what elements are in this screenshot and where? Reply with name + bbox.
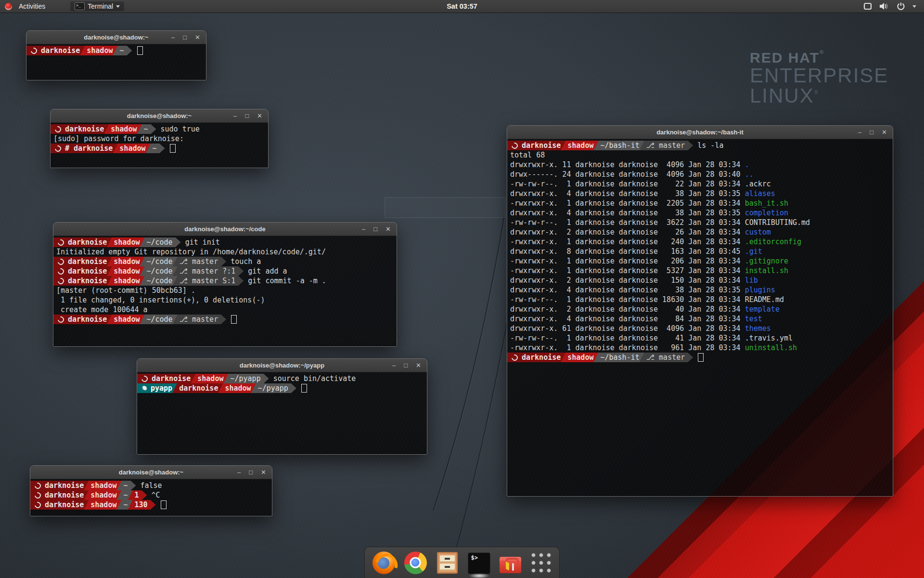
system-tray[interactable]	[860, 0, 919, 13]
prompt-segment-host: shadow	[107, 257, 144, 266]
fedora-icon	[56, 257, 65, 266]
running-indicator	[469, 573, 489, 578]
prompt-segment-path: ~/code	[140, 315, 177, 324]
prompt-segment-git: ⎇ master	[640, 141, 693, 150]
top-bar: Activities >_ Terminal Sat 03:57	[0, 0, 924, 13]
clock[interactable]: Sat 03:57	[443, 1, 481, 12]
output-line: [master (root-commit) 50bcb63] .	[53, 286, 397, 295]
prompt-segment-host: shadow	[107, 276, 144, 286]
prompt-segment-user: darknoise	[26, 46, 85, 55]
segment-label: darknoise	[65, 124, 104, 134]
prompt-line: # darknoiseshadow~	[51, 144, 268, 153]
titlebar[interactable]: darknoise@shadow:~/code–□✕	[53, 223, 397, 236]
file-name: bash_it.sh	[745, 199, 788, 208]
prompt-segment-err: 130	[128, 500, 156, 510]
minimize-button[interactable]: –	[171, 31, 175, 44]
maximize-button[interactable]: □	[373, 223, 377, 236]
close-button[interactable]: ✕	[195, 31, 200, 44]
fedora-icon	[53, 144, 62, 153]
segment-label: 1	[135, 490, 139, 500]
maximize-button[interactable]: □	[870, 126, 873, 139]
file-name: .gitignore	[745, 257, 788, 265]
close-button[interactable]: ✕	[261, 466, 266, 479]
brand-linux: LINUX	[750, 84, 814, 107]
segment-label: ~	[123, 490, 128, 500]
terminal-screen[interactable]: darknoiseshadow~	[26, 44, 206, 80]
git-branch-icon: ⎇	[180, 315, 192, 324]
prompt-segment-host: shadow	[84, 490, 121, 500]
segment-label: ~/pyapp	[230, 374, 260, 383]
maximize-button[interactable]: □	[245, 109, 249, 122]
file-meta: drwxrwxr-x. 61 darknoise darknoise 4096 …	[510, 324, 745, 333]
segment-label: darknoise	[152, 374, 191, 383]
minimize-button[interactable]: –	[237, 466, 241, 479]
close-button[interactable]: ✕	[882, 126, 887, 139]
terminal-screen[interactable]: darknoiseshadow~/codegit initInitialized…	[53, 236, 397, 347]
close-button[interactable]: ✕	[385, 223, 391, 236]
segment-label: master S:1	[192, 276, 235, 286]
terminal-cursor	[170, 144, 176, 153]
close-button[interactable]: ✕	[257, 109, 262, 122]
terminal-screen[interactable]: darknoiseshadow~sudo true[sudo] password…	[51, 123, 268, 168]
terminal-window-bashit: darknoise@shadow:~/bash-it–□✕darknoisesh…	[507, 125, 893, 497]
file-name: completion	[745, 209, 788, 217]
segment-label: shadow	[114, 315, 140, 324]
prompt-segment-path: ~/pyapp	[223, 374, 269, 383]
prompt-segment-host: shadow	[104, 124, 141, 134]
file-name: custom	[745, 228, 771, 236]
file-name: lib	[745, 276, 758, 285]
minimize-button[interactable]: –	[392, 359, 396, 372]
titlebar[interactable]: darknoise@shadow:~–□✕	[30, 466, 272, 479]
output-line: [sudo] password for darknoise:	[51, 134, 268, 144]
prompt-segment-path: ~/pyapp	[251, 383, 296, 393]
terminal-screen[interactable]: darknoiseshadow~/bash-it⎇ masterls -lato…	[507, 139, 893, 497]
prompt-line: darknoiseshadow~/code⎇ master ?:1git add…	[53, 266, 397, 276]
maximize-button[interactable]: □	[249, 466, 253, 479]
segment-label: ~/code	[146, 315, 172, 324]
titlebar[interactable]: darknoise@shadow:~/bash-it–□✕	[507, 126, 893, 139]
terminal-screen[interactable]: darknoiseshadow~/pyappsource bin/activat…	[137, 372, 427, 455]
window-title: darknoise@shadow:~/pyapp	[137, 362, 427, 369]
app-menu-terminal[interactable]: >_ Terminal	[70, 1, 124, 11]
segment-label: shadow	[567, 141, 593, 150]
terminal-dock-icon[interactable]: $>	[468, 552, 490, 574]
maximize-button[interactable]: □	[183, 31, 187, 44]
files-dock-icon[interactable]	[437, 552, 458, 574]
titlebar[interactable]: darknoise@shadow:~/pyapp–□✕	[137, 359, 427, 372]
file-name: README.md	[745, 295, 784, 304]
maximize-button[interactable]: □	[404, 359, 408, 372]
file-meta: drwxrwxr-x. 4 darknoise darknoise 38 Jan…	[510, 209, 745, 217]
close-button[interactable]: ✕	[416, 359, 421, 372]
appgrid-dock-icon[interactable]	[530, 552, 552, 574]
app-menu-label: Terminal	[88, 2, 113, 10]
segment-label: darknoise	[45, 490, 84, 500]
file-name: .git	[745, 247, 762, 256]
prompt-segment-user: darknoise	[53, 276, 112, 286]
toolbox-dock-icon[interactable]	[500, 557, 521, 573]
minimize-button[interactable]: –	[362, 223, 365, 236]
window-title: darknoise@shadow:~/code	[53, 225, 397, 233]
segment-label: shadow	[119, 144, 145, 153]
terminal-screen[interactable]: darknoiseshadow~falsedarknoiseshadow~1^C…	[30, 479, 272, 516]
file-meta: drwxrwxr-x. 2 darknoise darknoise 150 Ja…	[510, 276, 745, 285]
chevron-down-icon	[912, 5, 916, 8]
segment-label: pyapp	[151, 383, 172, 393]
prompt-segment-host: shadow	[191, 374, 228, 383]
segment-label: ~/bash-it	[600, 141, 639, 150]
minimize-button[interactable]: –	[858, 126, 861, 139]
firefox-dock-icon[interactable]	[372, 552, 395, 574]
segment-label: shadow	[114, 266, 140, 276]
prompt-segment-user: darknoise	[53, 257, 112, 266]
minimize-button[interactable]: –	[233, 109, 237, 122]
segment-label: darknoise	[522, 353, 561, 362]
command-text: git init	[185, 237, 220, 247]
titlebar[interactable]: darknoise@shadow:~–□✕	[26, 31, 206, 44]
window-controls: –□✕	[392, 359, 421, 372]
output-line: create mode 100644 a	[53, 305, 397, 315]
titlebar[interactable]: darknoise@shadow:~–□✕	[51, 109, 268, 123]
segment-label: ~	[153, 144, 157, 153]
segment-label: darknoise	[41, 46, 80, 55]
chrome-dock-icon[interactable]	[404, 552, 427, 574]
terminal-cursor	[231, 315, 237, 324]
activities-button[interactable]: Activities	[15, 1, 49, 12]
